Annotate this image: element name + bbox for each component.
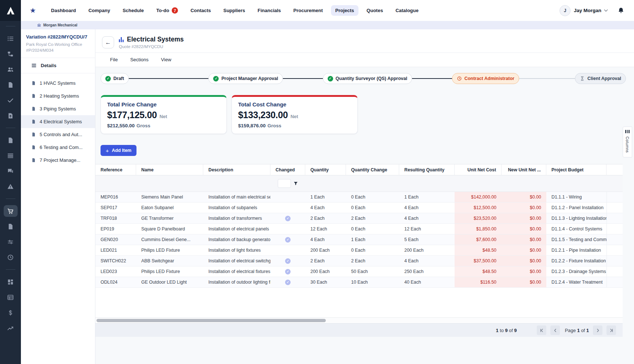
- workflow-step-contract-administrator[interactable]: Contract Administrator: [452, 73, 519, 84]
- nav-item-to-do[interactable]: To-do7: [152, 5, 182, 16]
- columns-panel-toggle[interactable]: Columns: [623, 127, 632, 157]
- filter-cell: [305, 175, 346, 192]
- app-logo[interactable]: [0, 0, 21, 21]
- rail-grid-button[interactable]: [4, 276, 18, 288]
- rail-list-button[interactable]: [4, 33, 18, 44]
- column-header-project_budget[interactable]: Project Budget: [546, 164, 606, 175]
- nav-item-financials[interactable]: Financials: [253, 5, 285, 16]
- cell-new_unit_net: $0.00: [502, 203, 546, 213]
- rail-hierarchy-button[interactable]: [4, 48, 18, 60]
- rail-file-upload-button[interactable]: [4, 110, 18, 121]
- rail-document-button[interactable]: [4, 221, 18, 232]
- nav-item-procurement[interactable]: Procurement: [289, 5, 327, 16]
- user-menu[interactable]: J Jay Morgan: [560, 5, 607, 16]
- plus-icon: +: [106, 148, 109, 153]
- workflow-step-project-manager-approval[interactable]: ✓Project Manager Approval: [208, 73, 283, 84]
- rail-chat-button[interactable]: [4, 165, 18, 177]
- rail-warning-button[interactable]: [4, 181, 18, 192]
- column-header-name[interactable]: Name: [136, 164, 203, 175]
- nav-item-projects[interactable]: Projects: [331, 5, 358, 16]
- sidebar-item-6-testing-and-com[interactable]: 6 Testing and Com...: [21, 141, 95, 154]
- nav-item-catalogue[interactable]: Catalogue: [391, 5, 423, 16]
- todo-badge: 7: [172, 7, 178, 14]
- menu-view[interactable]: View: [161, 57, 171, 62]
- sidebar-item-3-piping-systems[interactable]: 3 Piping Systems: [21, 102, 95, 115]
- next-page-button[interactable]: [593, 325, 602, 335]
- cell-project_budget: D1.1.2 - Panel Installation: [546, 203, 606, 213]
- rail-sliders-button[interactable]: [4, 236, 18, 248]
- table-row[interactable]: LED023Philips LED FixtureInstallation of…: [95, 266, 623, 277]
- summary-card-total-cost-change: Total Cost Change $133,230.00Net $159,87…: [232, 95, 358, 134]
- nav-item-label: To-do: [156, 8, 169, 13]
- cell-quantity_change: 0 Each: [346, 245, 399, 256]
- list-icon: [7, 35, 14, 42]
- table-row[interactable]: SEP017Eaton SubpanelInstallation of subp…: [95, 203, 623, 213]
- nav-item-schedule[interactable]: Schedule: [118, 5, 148, 16]
- sidebar-item-details[interactable]: Details: [21, 58, 95, 73]
- column-header-new_unit_net[interactable]: New Unit Net ...: [502, 164, 546, 175]
- cell-unit_net_cost: $23,520.00: [455, 213, 502, 224]
- nav-item-quotes[interactable]: Quotes: [362, 5, 387, 16]
- breadcrumb[interactable]: Morgan Mechanical: [21, 21, 634, 29]
- rail-users-button[interactable]: [4, 63, 18, 75]
- prev-page-button[interactable]: [550, 325, 560, 335]
- menu-sections[interactable]: Sections: [130, 57, 149, 62]
- nav-item-company[interactable]: Company: [84, 5, 114, 16]
- file-icon: [31, 132, 36, 137]
- filter-cell: [399, 175, 455, 192]
- nav-item-suppliers[interactable]: Suppliers: [219, 5, 249, 16]
- bar-chart-icon: [119, 37, 124, 42]
- table-row[interactable]: EP019Square D PanelboardInstallation of …: [95, 224, 623, 234]
- card-gross-label: Gross: [267, 123, 281, 128]
- table-row[interactable]: GEN020Cummins Diesel Gene...Installation…: [95, 234, 623, 245]
- sidebar-item-1-hvac-systems[interactable]: 1 HVAC Systems: [21, 77, 95, 90]
- row-spacer-cell: [606, 213, 623, 224]
- back-button[interactable]: ←: [102, 36, 114, 48]
- nav-item-dashboard[interactable]: Dashboard: [47, 5, 80, 16]
- cell-description: Installation of electrical fixtures: [203, 266, 270, 277]
- scrollbar-thumb[interactable]: [96, 319, 326, 322]
- column-header-quantity_change[interactable]: Quantity Change: [346, 164, 399, 175]
- cell-reference: SWITCH022: [95, 256, 136, 266]
- rail-cart-button[interactable]: [4, 205, 18, 217]
- rail-divider: [6, 269, 15, 270]
- rail-check-button[interactable]: [4, 94, 18, 106]
- rail-lines-button[interactable]: [4, 150, 18, 161]
- column-header-resulting_quantity[interactable]: Resulting Quantity: [399, 164, 455, 175]
- variation-title[interactable]: Variation #2822/MYQCDU/7: [26, 34, 90, 40]
- first-page-button[interactable]: [537, 325, 546, 335]
- sidebar-item-2-heating-systems[interactable]: 2 Heating Systems: [21, 90, 95, 102]
- last-page-button[interactable]: [606, 325, 616, 335]
- rail-table-button[interactable]: [4, 291, 18, 303]
- column-header-spacer[interactable]: [606, 164, 623, 175]
- nav-item-contacts[interactable]: Contacts: [186, 5, 215, 16]
- changed-filter-input[interactable]: [278, 179, 291, 188]
- column-header-unit_net_cost[interactable]: Unit Net Cost: [455, 164, 502, 175]
- sidebar-item-4-electrical-systems[interactable]: 4 Electrical Systems: [21, 115, 95, 128]
- rail-trend-button[interactable]: [4, 322, 18, 334]
- table-row[interactable]: LED021Philips LED FixtureInstallation of…: [95, 245, 623, 256]
- menu-file[interactable]: File: [110, 57, 118, 62]
- rail-dollar-button[interactable]: [4, 307, 18, 318]
- column-header-reference[interactable]: Reference: [95, 164, 136, 175]
- filter-funnel-icon[interactable]: [293, 181, 298, 186]
- rail-document-button[interactable]: [4, 79, 18, 91]
- notifications-bell-icon[interactable]: [617, 7, 624, 14]
- workflow-step-client-approval[interactable]: Client Approval: [575, 73, 626, 84]
- add-item-button[interactable]: + Add Item: [101, 145, 136, 156]
- workflow-step-quantity-surveyor-qs-approval[interactable]: ✓Quantity Surveyor (QS) Approval: [323, 73, 412, 84]
- rail-clock-button[interactable]: [4, 251, 18, 263]
- sidebar-item-5-controls-and-aut[interactable]: 5 Controls and Aut...: [21, 128, 95, 141]
- rail-document-button[interactable]: [4, 134, 18, 146]
- table-row[interactable]: ODL024GE Outdoor LED LightInstallation o…: [95, 277, 623, 288]
- table-body: MEP016Siemens Main PanelInstallation of …: [95, 192, 623, 288]
- column-header-changed[interactable]: Changed: [270, 164, 305, 175]
- sidebar-item-7-project-manage[interactable]: 7 Project Manage...: [21, 154, 95, 167]
- workflow-step-draft[interactable]: ✓Draft: [101, 73, 129, 84]
- table-row[interactable]: SWITCH022ABB SwitchgearInstallation of e…: [95, 256, 623, 266]
- favorites-star-icon[interactable]: ★: [30, 7, 36, 14]
- column-header-description[interactable]: Description: [203, 164, 270, 175]
- table-row[interactable]: TRF018GE TransformerInstallation of tran…: [95, 213, 623, 224]
- table-row[interactable]: MEP016Siemens Main PanelInstallation of …: [95, 192, 623, 203]
- column-header-quantity[interactable]: Quantity: [305, 164, 346, 175]
